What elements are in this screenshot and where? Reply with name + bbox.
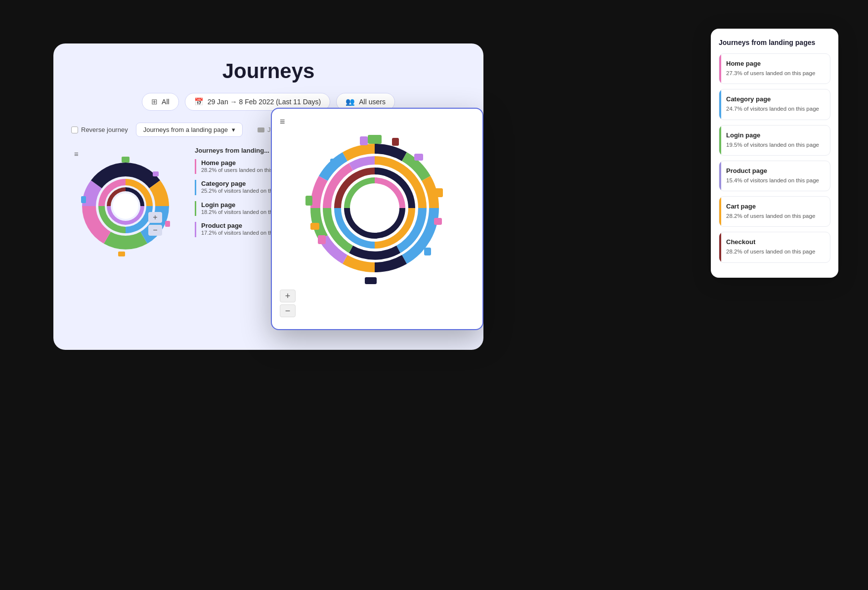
journey-type-dropdown[interactable]: Journeys from a landing page ▾ (136, 123, 243, 137)
small-donut-wrapper: ≡ (71, 147, 185, 265)
overlay-chart-card: ≡ (271, 108, 483, 330)
panel-product-name: Product page (726, 167, 824, 174)
small-donut-svg (71, 152, 180, 260)
right-panel: Journeys from landing pages Home page 27… (711, 29, 838, 278)
spike (318, 235, 326, 244)
users-icon: 👥 (346, 97, 355, 106)
panel-item-product[interactable]: Product page 15.4% of visitors landed on… (719, 161, 830, 191)
panel-product-desc: 15.4% of visitors landed on this page (726, 176, 824, 185)
panel-login-name: Login page (726, 131, 824, 139)
overlay-zoom-controls: + − (280, 290, 296, 317)
zoom-out-button[interactable]: − (148, 225, 162, 236)
panel-title: Journeys from landing pages (719, 39, 830, 46)
spike (305, 196, 312, 206)
spike (392, 138, 399, 146)
panel-checkout-desc: 28.2% of users landed on this page (726, 248, 824, 256)
reverse-journey-text: Reverse journey (81, 126, 128, 133)
panel-item-home[interactable]: Home page 27.3% of users landed on this … (719, 53, 830, 84)
reverse-journey-checkbox[interactable] (71, 126, 78, 133)
spike (122, 157, 130, 163)
spike (435, 188, 443, 197)
panel-category-desc: 24.7% of visitors landed on this page (726, 105, 824, 113)
small-donut-chart (71, 152, 185, 265)
panel-category-name: Category page (726, 95, 824, 103)
spike (368, 135, 382, 144)
panel-home-name: Home page (726, 60, 824, 67)
panel-cart-desc: 28.2% of users landed on this page (726, 212, 824, 220)
dropdown-label: Journeys from a landing page (143, 126, 228, 133)
panel-checkout-name: Checkout (726, 238, 824, 246)
spike (434, 218, 442, 225)
spike (165, 221, 170, 227)
panel-item-category[interactable]: Category page 24.7% of visitors landed o… (719, 89, 830, 120)
donut-center-large (353, 186, 396, 230)
panel-item-checkout[interactable]: Checkout 28.2% of users landed on this p… (719, 232, 830, 262)
spike (81, 196, 86, 203)
reverse-journey-label[interactable]: Reverse journey (71, 126, 128, 133)
segment (104, 232, 147, 250)
spike (153, 171, 159, 176)
large-donut-chart (293, 126, 461, 295)
large-donut-svg (293, 126, 456, 290)
overlay-zoom-in-button[interactable]: + (280, 290, 296, 302)
panel-home-desc: 27.3% of users landed on this page (726, 69, 824, 78)
tab-icon (258, 127, 264, 132)
overlay-zoom-out-button[interactable]: − (280, 304, 296, 317)
all-filter[interactable]: ⊞ All (142, 93, 179, 111)
date-filter-label: 29 Jan → 8 Feb 2022 (Last 11 Days) (208, 98, 321, 106)
spike (424, 248, 431, 255)
spike (310, 223, 319, 230)
panel-login-desc: 19.5% of visitors landed on this page (726, 141, 824, 149)
donut-center (113, 193, 138, 219)
zoom-controls-small: + − (148, 212, 162, 236)
panel-item-cart[interactable]: Cart page 28.2% of users landed on this … (719, 196, 830, 227)
spike (365, 277, 377, 284)
page-title: Journeys (71, 59, 466, 83)
panel-cart-name: Cart page (726, 203, 824, 210)
calendar-icon: 📅 (194, 97, 204, 106)
spike (330, 159, 338, 166)
panel-item-login[interactable]: Login page 19.5% of visitors landed on t… (719, 125, 830, 156)
monitor-icon: ⊞ (151, 97, 158, 106)
zoom-in-button[interactable]: + (148, 212, 162, 223)
chevron-down-icon: ▾ (232, 126, 235, 133)
users-filter-label: All users (359, 98, 386, 106)
spike (414, 154, 423, 161)
spike (360, 136, 368, 145)
spike (118, 252, 125, 256)
all-filter-label: All (162, 98, 170, 106)
menu-icon-overlay[interactable]: ≡ (280, 117, 285, 127)
